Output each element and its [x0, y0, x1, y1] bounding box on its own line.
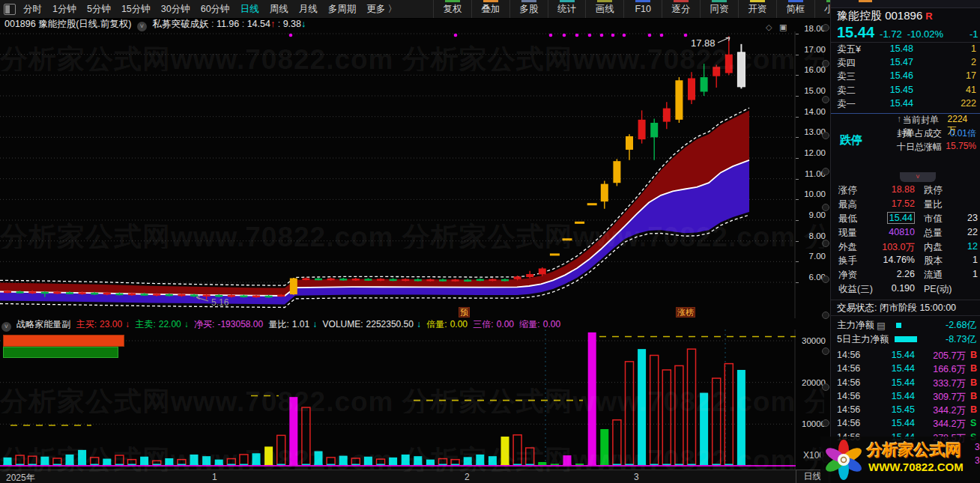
volume-scale-label: X100	[791, 450, 824, 461]
forecast-badge[interactable]: 预	[459, 307, 470, 318]
subchart-name-label: 战略家能量副	[16, 319, 70, 329]
window-layout-icon[interactable]	[4, 4, 16, 15]
quote-tab-strip[interactable]	[831, 0, 980, 8]
main-net5-value: -8.73亿	[946, 333, 976, 346]
toolbar-item-0[interactable]: 分时	[18, 3, 47, 16]
price-axis-label: 12.00	[804, 148, 826, 157]
toolbar-button-逐分[interactable]: 逐分	[662, 0, 700, 18]
toolbar-button-简框[interactable]: 简框	[776, 0, 814, 18]
tick-row: 14:5615.44333.7万B	[831, 377, 980, 391]
subchart-field-arrow-icon: ↓	[312, 319, 317, 329]
price-axis-label: 9.00	[809, 210, 826, 219]
time-axis-label: 2025年	[6, 472, 35, 483]
tick-row: 14:5615.45344.2万B	[831, 404, 980, 418]
toolbar-button-F10[interactable]: F10	[623, 0, 662, 18]
toolbar-button-多股[interactable]: 多股	[509, 0, 548, 18]
rights-badge: R	[925, 10, 932, 22]
quote-panel: 豫能控股 001896R 15.44-1.72-10.02% 卖五¥15.481…	[830, 0, 980, 483]
subchart-field-label: 主买:	[76, 319, 97, 329]
logo-flower-icon	[822, 438, 865, 482]
toolbar-item-8[interactable]: 月线	[294, 3, 323, 16]
toolbar-button-复权[interactable]: 复权	[433, 0, 471, 18]
divider-dot	[822, 347, 829, 355]
quote-price-row: 15.44-1.72-10.02%	[837, 24, 943, 41]
diamond-marker-icon[interactable]: ◇	[766, 22, 772, 32]
subchart-field-label: 三倍:	[471, 319, 494, 329]
toolbar-item-3[interactable]: 15分钟	[116, 3, 156, 16]
price-axis-label: 7.00	[809, 252, 826, 261]
subchart-field-arrow-icon: ↓	[184, 319, 189, 329]
list-icon[interactable]: ▤	[877, 320, 886, 331]
toolbar-color-tick	[445, 0, 460, 2]
toolbar-item-6[interactable]: 日线	[235, 3, 264, 16]
indicator-value: 11.96	[217, 19, 239, 29]
trading-app-window: 分时1分钟5分钟15分钟30分钟60分钟日线周线月线多周期更多 〉 复权叠加多股…	[0, 0, 980, 483]
toolbar-item-7[interactable]: 周线	[264, 3, 294, 16]
stat-row: 净资2.26流通1	[831, 269, 980, 283]
stock-title-label: 001896 豫能控股(日线.前复权)	[4, 19, 131, 29]
subchart-field-label: 缩量:	[517, 319, 540, 329]
subchart-collapse-icon[interactable]: ˅	[1, 322, 11, 332]
toolbar-button-统计[interactable]: 统计	[548, 0, 586, 18]
edge-cut-value: -1	[970, 28, 979, 40]
stat-row: 最高17.52量比	[831, 198, 980, 213]
collapse-panel-button[interactable]: ˅	[900, 172, 936, 182]
toolbar-item-1[interactable]: 1分钟	[47, 3, 82, 16]
divider-dot	[822, 312, 829, 319]
rank-badge[interactable]: 涨榜	[676, 307, 695, 318]
edge-cut-vol: 3	[975, 442, 980, 452]
subchart-field-value: -193058.00	[217, 319, 263, 329]
time-axis-label: 3	[634, 472, 639, 482]
price-axis-label: 14.00	[804, 107, 826, 116]
main-net-value: -2.68亿	[946, 319, 976, 332]
toolbar-button-画线[interactable]: 画线	[585, 0, 623, 18]
limit-info-row: ↑当前封单额2224万	[897, 114, 976, 127]
limit-info-row: 封单占成交0.01倍	[897, 127, 976, 141]
main-net-row: 主力净额 ▤ -2.68亿	[837, 318, 976, 332]
subchart-field-label: VOLUME:	[320, 319, 363, 329]
energy-bar-buy	[3, 335, 124, 347]
main-net5-row: 5日主力净额 -8.73亿	[837, 332, 976, 346]
tick-list[interactable]: 14:5615.44205.7万B14:5615.44166.6万B14:561…	[831, 350, 980, 446]
toolbar-button-开资[interactable]: 开资	[738, 0, 776, 18]
indicator-name-label: 私募突破成妖	[152, 19, 208, 29]
toolbar-color-tick	[674, 0, 689, 2]
site-logo: 分析家公式网 WWW.70822.COM	[820, 437, 980, 483]
toolbar-item-4[interactable]: 30分钟	[156, 3, 196, 16]
toolbar-button-叠加[interactable]: 叠加	[471, 0, 509, 18]
quote-stock-name: 豫能控股 001896R	[837, 9, 933, 23]
divider-dot	[822, 419, 829, 427]
price-axis-label: 16.00	[804, 65, 826, 74]
subchart-fields: 主买:23.00↓ 主卖:22.00↓ 净买:-193058.00 量比:1.0…	[76, 319, 563, 329]
divider-dot	[822, 24, 829, 31]
ask-row: 卖一15.44222	[831, 98, 980, 112]
subchart-field-value: 23.00	[100, 319, 122, 329]
tick-row: 14:5615.44205.7万B	[831, 350, 980, 363]
net-bar-large	[895, 336, 917, 342]
divider-dot	[822, 204, 829, 211]
toolbar-item-9[interactable]: 多周期	[323, 3, 362, 16]
last-price: 15.44	[837, 24, 874, 40]
limit-info-block: ↑当前封单额2224万封单占成交0.01倍十日总涨幅15.75%	[897, 114, 976, 154]
subchart-field-value: 2252350.50	[366, 319, 414, 329]
toolbar-item-5[interactable]: 60分钟	[196, 3, 235, 16]
subchart-field-value: 1.01	[292, 319, 309, 329]
toolbar-button-同资[interactable]: 同资	[700, 0, 738, 18]
panel-toggle-icon[interactable]: ▣	[779, 22, 787, 32]
divider-dot	[822, 96, 829, 103]
main-chart-canvas[interactable]: 17.885.16	[0, 31, 796, 318]
logo-site-url: WWW.70822.COM	[868, 461, 964, 473]
toolbar-item-10[interactable]: 更多 〉	[361, 3, 402, 16]
indicator-arrow-icon: ↓	[301, 19, 306, 29]
logo-site-name: 分析家公式网	[867, 440, 961, 461]
indicator-collapse-icon[interactable]: ˅	[137, 22, 147, 31]
indicator-value: 9.38	[283, 19, 301, 29]
price-change-pct: -10.02%	[907, 28, 943, 40]
subchart-field-arrow-icon: ↓	[417, 319, 421, 329]
stat-row: 涨停18.88跌停	[831, 184, 980, 198]
volume-chart-canvas[interactable]	[0, 329, 796, 470]
time-axis-label: 1	[212, 472, 217, 482]
toolbar-item-2[interactable]: 5分钟	[82, 3, 116, 16]
ask-row: 卖二15.4541	[831, 85, 980, 98]
svg-text:17.88: 17.88	[691, 37, 716, 49]
